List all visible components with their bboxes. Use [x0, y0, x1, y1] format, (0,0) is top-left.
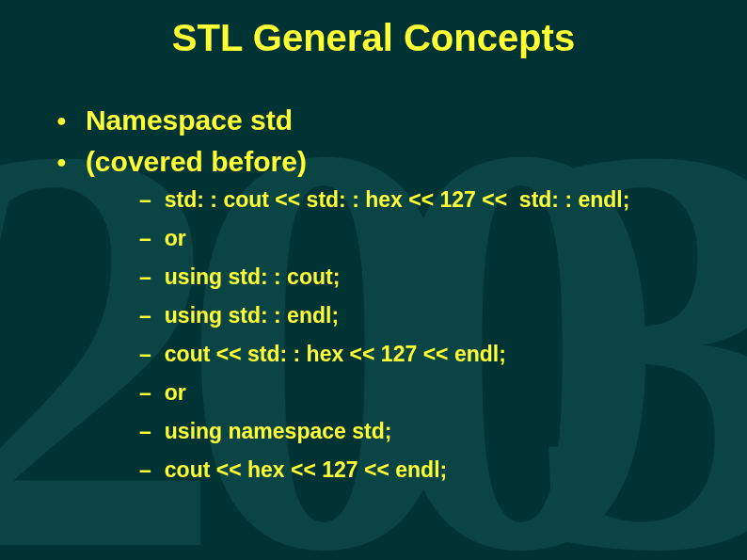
sub-item-text: using std: : cout; [165, 264, 341, 290]
dash-icon: – [139, 419, 151, 444]
sub-item-text: cout << hex << 127 << endl; [165, 457, 447, 483]
bullet-icon: ● [56, 111, 67, 131]
sub-item-text: or [165, 380, 186, 406]
sub-item: – or [139, 380, 709, 406]
sub-item-text: using namespace std; [165, 419, 392, 444]
sub-item-text: std: : cout << std: : hex << 127 << std:… [165, 187, 630, 213]
slide-title: STL General Concepts [0, 17, 747, 59]
bullet-text: (covered before) [86, 146, 307, 178]
dash-icon: – [139, 303, 151, 328]
sub-item-text: using std: : endl; [165, 303, 339, 328]
dash-icon: – [139, 187, 151, 213]
slide-content: ● Namespace std ● (covered before) – std… [56, 99, 709, 496]
sub-item: – std: : cout << std: : hex << 127 << st… [139, 187, 709, 213]
sub-item: – cout << hex << 127 << endl; [139, 457, 709, 483]
sub-item: – using namespace std; [139, 419, 709, 444]
bullet-item: ● Namespace std [56, 104, 709, 136]
sub-list: – std: : cout << std: : hex << 127 << st… [139, 187, 709, 483]
dash-icon: – [139, 264, 151, 290]
sub-item-text: cout << std: : hex << 127 << endl; [165, 342, 506, 367]
bullet-icon: ● [56, 152, 67, 172]
sub-item-text: or [165, 226, 186, 251]
dash-icon: – [139, 457, 151, 483]
bullet-item: ● (covered before) [56, 146, 709, 178]
sub-item: – using std: : endl; [139, 303, 709, 328]
sub-item: – using std: : cout; [139, 264, 709, 290]
dash-icon: – [139, 342, 151, 367]
sub-item: – or [139, 226, 709, 251]
dash-icon: – [139, 226, 151, 251]
sub-item: – cout << std: : hex << 127 << endl; [139, 342, 709, 367]
slide: 2 0 0 3 STL General Concepts ● Namespace… [0, 0, 747, 560]
bullet-text: Namespace std [86, 104, 293, 136]
dash-icon: – [139, 380, 151, 406]
